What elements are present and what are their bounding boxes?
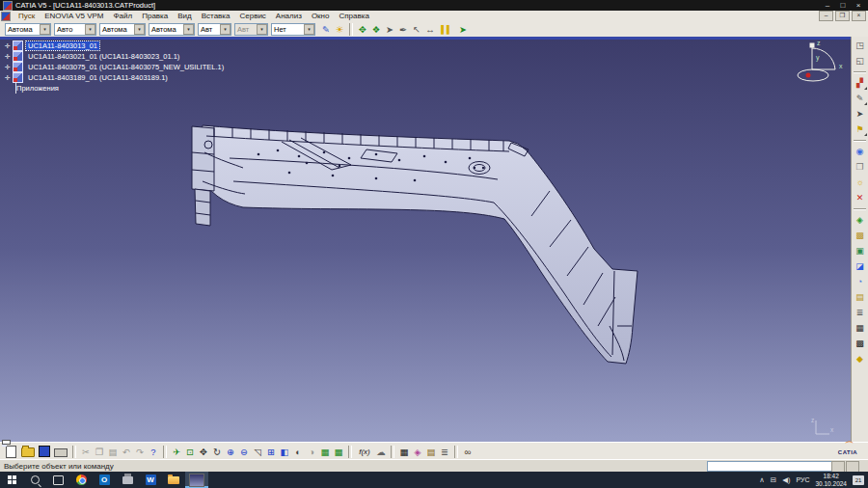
delete-red-x-icon[interactable]: ✕ [854, 192, 866, 204]
device-app-button[interactable] [116, 472, 139, 488]
menu-сервис[interactable]: Сервис [234, 12, 270, 20]
select-trap-icon[interactable]: ↖ [410, 23, 423, 36]
chevron-down-icon[interactable]: ▾ [40, 24, 50, 35]
hide-show-icon[interactable]: ◐ [291, 446, 305, 458]
mdi-minimize-button[interactable]: – [819, 11, 833, 21]
chevron-down-icon[interactable]: ▾ [134, 24, 145, 35]
close-button[interactable]: × [851, 0, 866, 11]
expander-icon[interactable]: ✛ [4, 74, 12, 82]
data-table-icon[interactable]: ▦ [397, 446, 411, 458]
word-button[interactable]: W [139, 472, 162, 488]
sketch-tools-icon[interactable]: ✎ [854, 93, 866, 105]
tree-row-3[interactable]: ✛UC1A11-8403189_01 (UC1A11-8403189.1) [4, 72, 226, 83]
maximize-button[interactable]: □ [835, 0, 851, 11]
multi-view-icon[interactable]: ⊞ [264, 446, 278, 458]
outlook-button[interactable]: O [93, 472, 116, 488]
fit-all-in-icon[interactable]: ⊡ [183, 446, 197, 458]
expander-icon[interactable]: ✛ [4, 64, 12, 71]
update-active-icon[interactable]: ❖ [369, 23, 383, 36]
mdi-restore-button[interactable]: ❐ [835, 11, 850, 21]
combo-1-автома[interactable]: Автома▾ [5, 23, 51, 36]
tree-item-label[interactable]: UC1A11-8403189_01 (UC1A11-8403189.1) [26, 73, 170, 82]
tree-row-1[interactable]: ✛UC1A11-8403021_01 (UC1A11-8403023_01.1) [4, 51, 226, 62]
select-filter-icon[interactable]: ➤ [456, 23, 470, 36]
combo-5-авт[interactable]: Авт▾ [198, 23, 231, 36]
select-arrow-icon[interactable]: ➤ [854, 108, 866, 121]
frame-view-icon[interactable]: ◱ [854, 55, 866, 68]
catalog-yellow-icon[interactable]: ▤ [854, 291, 866, 304]
gem-yellow-icon[interactable]: ◆ [854, 353, 866, 366]
matrix-qr-icon[interactable]: ▩ [854, 338, 866, 350]
notification-badge-icon[interactable]: 21 [853, 475, 864, 485]
explorer-button[interactable] [162, 472, 185, 488]
viewport-3d[interactable]: ✛ UC1A11-8403013_01 ✛UC1A11-8403021_01 (… [0, 37, 868, 442]
combo-7-нет[interactable]: Нет▾ [271, 23, 315, 36]
tree-item-label[interactable]: UC1A11-8403021_01 (UC1A11-8403023_01.1) [26, 52, 181, 61]
sphere-tool-icon[interactable]: ◈ [854, 214, 866, 227]
menu-правка[interactable]: Правка [137, 12, 173, 20]
product-structure-icon[interactable]: ▞ [854, 77, 866, 90]
comment-bubble-icon[interactable]: ☁ [374, 446, 388, 458]
open-file-icon[interactable] [21, 447, 35, 457]
measure-between-icon[interactable]: ↔ [423, 23, 437, 36]
combo-4-автома[interactable]: Автома▾ [149, 23, 195, 36]
taskbar-search-button[interactable] [23, 472, 46, 488]
clock[interactable]: 18:42 30.10.2024 [815, 473, 847, 487]
layer-filter-icon[interactable]: ≣ [438, 446, 451, 458]
expander-icon[interactable]: ✛ [4, 42, 12, 50]
menu-окно[interactable]: Окно [307, 12, 335, 20]
network-icon[interactable]: ⊟ [771, 475, 776, 484]
help-whats-this-icon[interactable]: ? [147, 446, 160, 458]
chevron-down-icon[interactable]: ▾ [220, 24, 231, 35]
select-restricted-icon[interactable]: ➤ [383, 23, 396, 36]
tree-footer-row[interactable]: Приложения [4, 83, 226, 94]
compass[interactable]: z y x [798, 40, 843, 81]
menu-файл[interactable]: Файл [109, 12, 138, 20]
normal-view-icon[interactable]: ◹ [251, 446, 264, 458]
list-levels-icon[interactable]: ≣ [854, 307, 866, 319]
attribute-brush-icon[interactable]: ☀ [333, 23, 346, 36]
update-all-icon[interactable]: ✥ [356, 23, 369, 36]
pan-icon[interactable]: ✥ [197, 446, 210, 458]
measure-pie-icon[interactable]: ◔ [854, 276, 866, 288]
model-canvas[interactable]: z y x z x [0, 37, 852, 442]
volume-icon[interactable]: ◀) [782, 475, 790, 484]
zoom-in-icon[interactable]: ⊕ [224, 446, 237, 458]
command-input[interactable] [707, 461, 832, 472]
tree-footer-label[interactable]: Приложения [16, 84, 59, 93]
tree-row-2[interactable]: ✛UC1A11-8403075_01 (UC1A11-8403075_NEW_U… [4, 62, 226, 72]
catia-taskbar-button[interactable] [185, 472, 208, 488]
paint-mode-icon[interactable]: ✎ [319, 23, 333, 36]
tray-expand-icon[interactable]: ∧ [759, 475, 765, 484]
headset-device-icon[interactable]: ∞ [461, 446, 475, 458]
minimize-button[interactable]: – [820, 0, 835, 11]
mdi-close-button[interactable]: × [852, 11, 866, 21]
save-icon[interactable] [39, 446, 50, 457]
combo-6-авт[interactable]: Авт▾ [234, 23, 268, 36]
fly-mode-icon[interactable]: ✈ [170, 446, 183, 458]
task-view-button[interactable] [46, 472, 69, 488]
light-bulb-icon[interactable]: ☼ [854, 176, 866, 189]
menu-справка[interactable]: Справка [334, 12, 373, 20]
combo-3-автома[interactable]: Автома▾ [99, 23, 146, 36]
part-blue-icon[interactable]: ◪ [854, 260, 866, 273]
chevron-down-icon[interactable]: ▾ [183, 24, 194, 35]
tree-item-label[interactable]: UC1A11-8403075_01 (UC1A11-8403075_NEW_US… [26, 63, 226, 71]
magnifier-icon[interactable]: ◉ [854, 146, 866, 158]
cad-model[interactable] [192, 125, 637, 364]
language-indicator[interactable]: РУС [796, 476, 809, 483]
combo-2-авто[interactable]: Авто▾ [54, 23, 96, 36]
chevron-down-icon[interactable]: ▾ [257, 24, 267, 35]
chevron-down-icon[interactable]: ▾ [85, 24, 95, 35]
pin-select-icon[interactable]: ✒ [396, 23, 410, 36]
box-green-icon[interactable]: ▣ [854, 245, 866, 258]
structure-graph-icon[interactable]: ◈ [411, 446, 424, 458]
frame-window-icon[interactable]: ◳ [854, 40, 866, 52]
menu-анализ[interactable]: Анализ [271, 12, 307, 20]
rotate-icon[interactable]: ↻ [210, 446, 224, 458]
formula-fx-icon[interactable]: f(x) [355, 446, 374, 458]
chevron-down-icon[interactable]: ▾ [304, 24, 314, 35]
menu-вставка[interactable]: Вставка [197, 12, 235, 20]
print-icon[interactable] [54, 448, 68, 457]
tree-root-label[interactable]: UC1A11-8403013_01 [26, 41, 99, 50]
